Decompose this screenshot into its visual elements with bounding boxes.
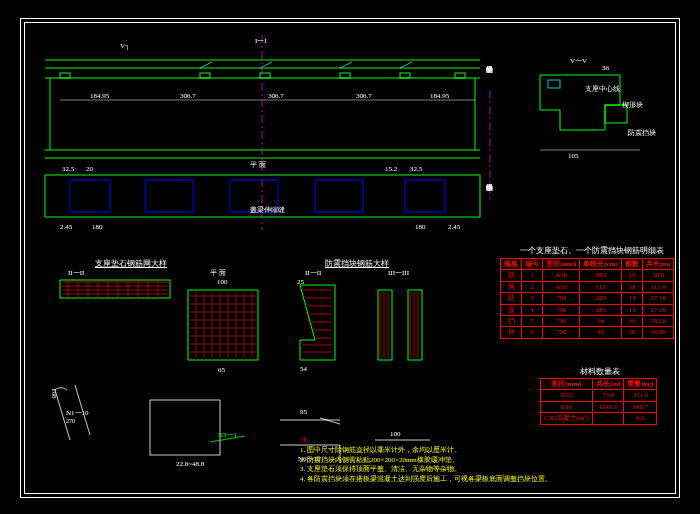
t1h3: 直径(mm) bbox=[543, 259, 580, 270]
dim-20: 36 bbox=[602, 64, 609, 72]
svg-rect-14 bbox=[60, 280, 170, 298]
svg-rect-13 bbox=[548, 80, 560, 88]
dim-17: 54 bbox=[300, 365, 307, 373]
rebar-detail-title: 支座垫石钢筋网大样 bbox=[95, 258, 167, 269]
dim-11: 20 bbox=[86, 165, 93, 173]
svg-rect-7 bbox=[70, 180, 110, 212]
support-centerline: 支座中心线 bbox=[585, 84, 620, 94]
notes-block: 注: 1. 图中尺寸除钢筋直径以毫米计外，余均以厘米计。 2. 防震挡块内侧需粘… bbox=[300, 436, 552, 485]
t1h6: 共长(m) bbox=[642, 259, 674, 270]
svg-rect-4 bbox=[400, 73, 410, 78]
dim-26: N1一10 bbox=[66, 408, 89, 418]
svg-rect-15 bbox=[188, 290, 258, 360]
dim-5: 184.95 bbox=[430, 92, 449, 100]
section-V-V: V一V bbox=[570, 56, 587, 66]
dim-25: 108 bbox=[50, 388, 58, 399]
dim-14: 100 bbox=[217, 278, 228, 286]
dim-15: 65 bbox=[218, 366, 225, 374]
dim-28: 95 bbox=[300, 408, 307, 416]
note-3: 3. 支座垫石须保持顶面平整、清洁、无杂物等杂物。 bbox=[300, 465, 552, 475]
material-table: 直径(mm)共长(m)重量(kg) Φ2273.0311.6 Φ101043.9… bbox=[540, 378, 657, 425]
III-III: III一III bbox=[388, 268, 409, 278]
svg-rect-8 bbox=[145, 180, 193, 212]
section-I-I: I一I bbox=[255, 36, 267, 46]
dim-21: 270 bbox=[66, 418, 75, 424]
t1h5: 根数 bbox=[621, 259, 642, 270]
note-2: 2. 防震挡块内侧需粘贴200×200×20mm橡胶缓冲垫。 bbox=[300, 456, 552, 466]
table1-title: 一个支座垫石、一个防震挡块钢筋明细表 bbox=[520, 245, 664, 256]
II-II: II一II bbox=[68, 268, 84, 278]
svg-rect-0 bbox=[60, 73, 70, 78]
dim-16: 25 bbox=[297, 278, 304, 286]
dim-9: 180 bbox=[415, 223, 426, 231]
dim-6: 2.45 bbox=[60, 223, 72, 231]
svg-rect-3 bbox=[340, 73, 350, 78]
notes-title: 注: bbox=[300, 436, 552, 446]
mid-label: 盖梁伸缩缝 bbox=[250, 205, 285, 215]
rebar-table: 规格编号直径(mm)单根长(cm)根数共长(m) 筋1A369901829.8 … bbox=[500, 258, 674, 339]
dim-3: 306.7 bbox=[268, 92, 284, 100]
svg-rect-18 bbox=[150, 400, 220, 455]
anti-seismic-title: 防震挡块钢筋大样 bbox=[325, 258, 389, 269]
t1h4: 单根长(cm) bbox=[580, 259, 622, 270]
dim-8: 2.45 bbox=[448, 223, 460, 231]
anti-seismic-block: 防震挡块 bbox=[628, 128, 656, 138]
dim-19: 105 bbox=[568, 152, 579, 160]
dim-22: 22.8~48.8 bbox=[176, 460, 204, 468]
table2-title: 材料数量表 bbox=[580, 366, 620, 377]
section-V: V┐ bbox=[120, 42, 130, 50]
dim-10: 32.5 bbox=[62, 165, 74, 173]
note-4: 4. 各防震挡块须在搭板梁混凝土达到强度后施工，可视各梁板底面调整挡块位置。 bbox=[300, 475, 552, 485]
svg-rect-1 bbox=[200, 73, 210, 78]
dim-13: 32.5 bbox=[410, 165, 422, 173]
dim-1: 184.95 bbox=[90, 92, 109, 100]
plan-label: 平 面 bbox=[250, 160, 266, 170]
t1h2: 编号 bbox=[522, 259, 543, 270]
dim-2: 306.7 bbox=[180, 92, 196, 100]
svg-rect-11 bbox=[405, 180, 445, 212]
dim-12: 15.2 bbox=[385, 165, 397, 173]
note-1: 1. 图中尺寸除钢筋直径以毫米计外，余均以厘米计。 bbox=[300, 446, 552, 456]
dim-4: 306.7 bbox=[356, 92, 372, 100]
dim-23: N3一1 bbox=[218, 430, 237, 440]
dim-7: 180 bbox=[92, 223, 103, 231]
svg-rect-2 bbox=[260, 73, 270, 78]
pad-block: 楔形块 bbox=[622, 100, 643, 110]
svg-rect-5 bbox=[455, 73, 465, 78]
plan2: 平 面 bbox=[210, 268, 226, 278]
svg-rect-10 bbox=[315, 180, 363, 212]
II-II-2: II一II bbox=[305, 268, 321, 278]
t1h1: 规格 bbox=[501, 259, 522, 270]
